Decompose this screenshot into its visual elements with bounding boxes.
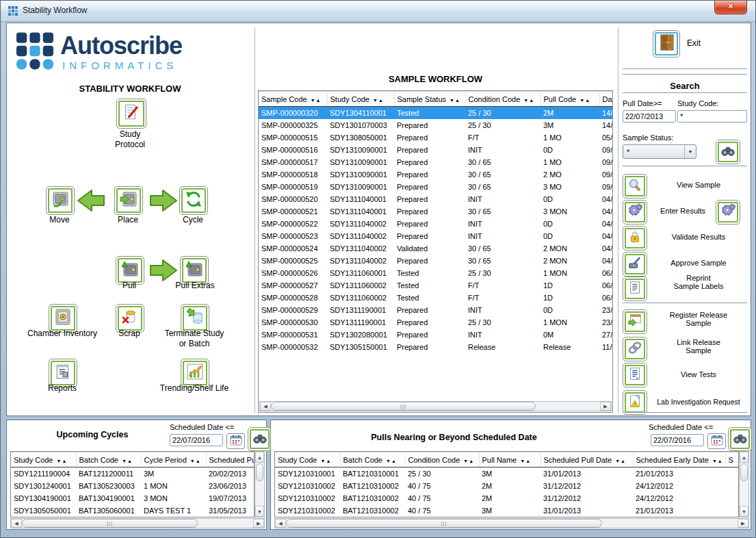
column-header[interactable]: Pull Name▼▲: [479, 452, 540, 467]
scrollbar-thumb[interactable]: [740, 463, 748, 481]
sample-status-select[interactable]: * ▼: [623, 144, 696, 159]
scroll-down-button[interactable]: ▼: [740, 506, 748, 517]
search-upcoming-button[interactable]: [248, 427, 272, 451]
sort-icon[interactable]: ▼▲: [311, 98, 322, 103]
column-header[interactable]: S: [725, 452, 739, 467]
table-row[interactable]: SMP-000000529SDY1311190001PreparedINIT0D…: [259, 304, 612, 316]
sort-icon[interactable]: ▼▲: [449, 98, 460, 103]
column-header[interactable]: Cycle Period▼▲: [141, 452, 206, 467]
column-header[interactable]: Scheduled Early Date▼▲: [633, 452, 725, 467]
table-row[interactable]: SMP-000000526SDY1311060001Tested25 / 301…: [259, 267, 612, 279]
column-header[interactable]: Condition Code▼▲: [465, 92, 540, 107]
sort-icon[interactable]: ▼▲: [373, 98, 384, 103]
column-header[interactable]: Sample Status▼▲: [394, 92, 465, 107]
table-row[interactable]: SMP-000000521SDY1311040001Prepared30 / 6…: [259, 205, 612, 218]
sort-icon[interactable]: ▼▲: [320, 459, 331, 463]
scrollbar-track[interactable]: [255, 482, 264, 506]
sort-icon[interactable]: ▼▲: [386, 459, 397, 463]
column-header[interactable]: Study Code▼▲: [11, 452, 76, 467]
table-row[interactable]: SMP-000000516SDY1310090001PreparedINIT0D…: [259, 144, 612, 156]
column-header[interactable]: Scheduled Pu: [206, 452, 254, 467]
table-row[interactable]: SMP-000000524SDY1311040002Validated30 / …: [259, 242, 612, 255]
scroll-up-button[interactable]: ▲: [740, 452, 748, 463]
view-tests-button[interactable]: [623, 363, 647, 387]
column-header[interactable]: Dat: [599, 92, 612, 107]
view-sample-button[interactable]: [623, 174, 647, 198]
table-row[interactable]: SMP-000000525SDY1311040002Prepared30 / 6…: [259, 255, 612, 267]
cycle-button[interactable]: [179, 186, 208, 215]
table-row[interactable]: SMP-000000523SDY1311040002PreparedINIT0D…: [259, 230, 612, 242]
table-row[interactable]: SDY1210310002BAT121031000240 / 752M31/12…: [275, 492, 739, 504]
column-header[interactable]: Pull Code▼▲: [540, 92, 599, 107]
move-button[interactable]: [46, 186, 75, 215]
sort-icon[interactable]: ▼▲: [122, 459, 133, 463]
approve-sample-button[interactable]: [623, 252, 647, 277]
sort-icon[interactable]: ▼▲: [523, 98, 534, 103]
sort-icon[interactable]: ▼▲: [615, 459, 626, 463]
scrollbar-track[interactable]: [536, 402, 600, 411]
study-protocol-button[interactable]: [116, 99, 146, 129]
scroll-down-button[interactable]: ▼: [255, 506, 264, 517]
table-row[interactable]: SMP-000000530SDY1311190001Prepared25 / 3…: [259, 316, 612, 329]
table-row[interactable]: SDY1301240001BAT13052300031 MON23/06/201…: [11, 480, 254, 492]
calendar-button[interactable]: [707, 433, 726, 449]
lab-investigation-button[interactable]: !: [623, 390, 647, 415]
study-code-input[interactable]: [677, 110, 747, 123]
table-row[interactable]: SMP-000000532SDY1305150001PreparedReleas…: [259, 341, 612, 353]
table-row[interactable]: SDY1210310002BAT121031000240 / 753M31/01…: [275, 504, 739, 517]
sort-icon[interactable]: ▼▲: [712, 459, 723, 463]
column-header[interactable]: Batch Code▼▲: [340, 452, 405, 467]
close-button[interactable]: ×: [714, 1, 747, 14]
scroll-left-button[interactable]: ◀: [11, 519, 22, 528]
reprint-labels-button[interactable]: [623, 277, 647, 301]
scrollbar-track[interactable]: [198, 519, 253, 528]
scheduled-date-input[interactable]: [170, 434, 223, 446]
scrollbar-track[interactable]: [602, 519, 738, 528]
table-row[interactable]: SMP-000000518SDY1310090001Prepared30 / 6…: [259, 168, 612, 181]
link-release-button[interactable]: [623, 337, 647, 361]
scrollbar-thumb[interactable]: |||: [271, 402, 536, 411]
column-header[interactable]: Scheduled Pull Date▼▲: [540, 452, 633, 467]
sort-icon[interactable]: ▼▲: [56, 459, 67, 463]
table-row[interactable]: SMP-000000531SDY1302080001PreparedINIT0M…: [259, 329, 612, 341]
table-row[interactable]: SDY1304190001BAT13041900013 MON19/07/201…: [11, 492, 254, 504]
table-row[interactable]: SMP-000000528SDY1311060002TestedF/T1D06/: [259, 292, 612, 304]
sort-icon[interactable]: ▼▲: [579, 98, 590, 103]
table-row[interactable]: SDY1305050001BAT1305060001DAYS TEST 131/…: [11, 504, 254, 517]
column-header[interactable]: Condition Code▼▲: [405, 452, 479, 467]
scrollbar-thumb[interactable]: |||: [286, 519, 602, 528]
table-row[interactable]: SMP-000000517SDY1310090001Prepared30 / 6…: [259, 156, 612, 168]
table-row[interactable]: SDY1211190004BAT12112000113M20/02/2013: [11, 467, 254, 481]
table-row[interactable]: SMP-000000522SDY1311040002PreparedINIT0D…: [259, 218, 612, 230]
scrollbar-thumb[interactable]: [256, 463, 263, 481]
scroll-left-button[interactable]: ◀: [260, 402, 271, 411]
sort-icon[interactable]: ▼▲: [463, 459, 474, 463]
sort-icon[interactable]: ▼▲: [520, 459, 531, 463]
table-row[interactable]: SMP-000000520SDY1311040001PreparedINIT0D…: [259, 193, 612, 205]
register-release-button[interactable]: [623, 309, 647, 334]
search-samples-button[interactable]: [716, 140, 740, 164]
scrollbar-thumb[interactable]: |||: [22, 519, 198, 528]
table-row[interactable]: SMP-000000519SDY1310090001Prepared30 / 6…: [259, 181, 612, 193]
scheduled-date-input[interactable]: [651, 434, 704, 446]
table-row[interactable]: SMP-000000320SDY1304110001Tested25 / 302…: [259, 107, 612, 120]
column-header[interactable]: Sample Code▼▲: [259, 92, 327, 107]
enter-results-batch-button[interactable]: [716, 200, 740, 225]
scroll-right-button[interactable]: ▶: [253, 519, 264, 528]
search-pulls-button[interactable]: [728, 427, 752, 451]
calendar-button[interactable]: [226, 433, 245, 449]
table-row[interactable]: SMP-000000527SDY1311060002TestedF/T1D06/: [259, 279, 612, 292]
scroll-up-button[interactable]: ▲: [255, 452, 264, 463]
table-row[interactable]: SDY1210310001BAT121031000125 / 303M31/01…: [275, 467, 739, 481]
pull-date-input[interactable]: [623, 110, 676, 123]
table-row[interactable]: SMP-000000515SDY1308050001PreparedF/T1 M…: [259, 131, 612, 144]
column-header[interactable]: Study Code▼▲: [275, 452, 340, 467]
exit-button[interactable]: [653, 30, 680, 57]
sort-icon[interactable]: ▼▲: [190, 459, 201, 463]
scrollbar-track[interactable]: [740, 482, 748, 506]
table-row[interactable]: SMP-000000325SDY1301070003Prepared25 / 3…: [259, 119, 612, 131]
scroll-right-button[interactable]: ▶: [738, 519, 748, 528]
column-header[interactable]: Study Code▼▲: [327, 92, 394, 107]
table-row[interactable]: SDY1210310002BAT121031000240 / 752M31/12…: [275, 480, 739, 492]
scroll-right-button[interactable]: ▶: [600, 402, 611, 411]
